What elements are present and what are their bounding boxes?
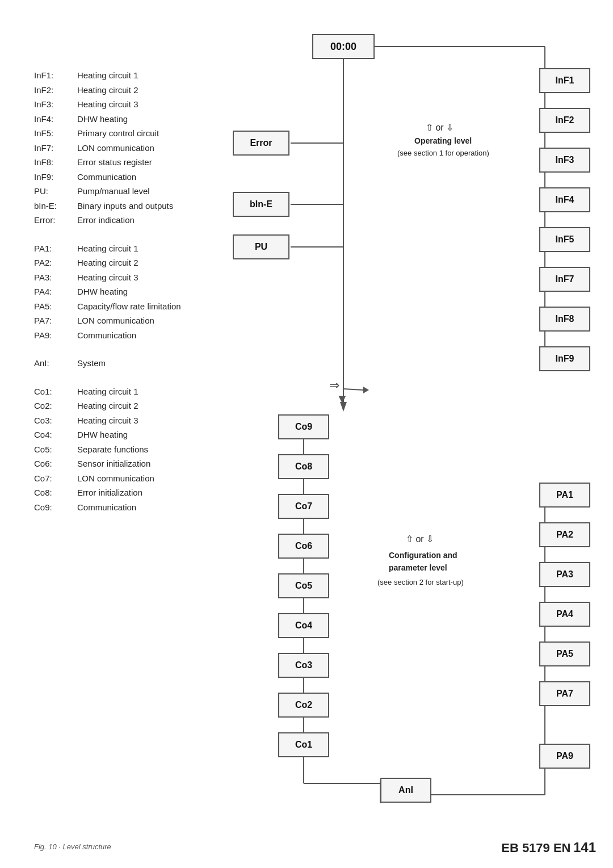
box-co4: Co4 bbox=[278, 613, 329, 638]
box-pa9: PA9 bbox=[539, 744, 590, 769]
legend-key: PU: bbox=[34, 184, 74, 199]
legend-section-pa: PA1:Heating circuit 1 PA2:Heating circui… bbox=[34, 241, 181, 343]
legend-row: PA2:Heating circuit 2 bbox=[34, 255, 181, 270]
legend-val: DHW heating bbox=[77, 284, 128, 299]
legend-val: Heating circuit 2 bbox=[77, 83, 138, 98]
legend-key: Co2: bbox=[34, 399, 74, 413]
legend-row: PA9:Communication bbox=[34, 328, 181, 343]
box-inf5: InF5 bbox=[539, 227, 590, 252]
arrow-right-symbol: ⇒ bbox=[329, 378, 339, 393]
legend-val: Communication bbox=[77, 170, 136, 184]
legend-val: Heating circuit 2 bbox=[77, 255, 138, 270]
legend-val: Heating circuit 2 bbox=[77, 399, 138, 413]
legend-key: PA4: bbox=[34, 284, 74, 299]
box-co9: Co9 bbox=[278, 414, 329, 439]
legend-section-co: Co1:Heating circuit 1 Co2:Heating circui… bbox=[34, 384, 181, 515]
legend-row: InF2:Heating circuit 2 bbox=[34, 83, 181, 98]
box-bine: bIn-E bbox=[233, 192, 289, 217]
legend-val: Communication bbox=[77, 500, 136, 515]
legend-section-ani: AnI:System bbox=[34, 356, 181, 371]
legend-row: PA1:Heating circuit 1 bbox=[34, 241, 181, 256]
box-co7: Co7 bbox=[278, 494, 329, 519]
box-top-time: 00:00 bbox=[312, 34, 375, 59]
legend: InF1:Heating circuit 1 InF2:Heating circ… bbox=[34, 68, 181, 525]
legend-val: LON communication bbox=[77, 471, 154, 486]
legend-val: Error indication bbox=[77, 213, 135, 228]
legend-key: InF1: bbox=[34, 68, 74, 83]
legend-row: Co4:DHW heating bbox=[34, 427, 181, 442]
legend-key: bIn-E: bbox=[34, 199, 74, 213]
box-co5: Co5 bbox=[278, 573, 329, 598]
legend-val: System bbox=[77, 356, 106, 371]
legend-key: InF2: bbox=[34, 83, 74, 98]
legend-row: Co9:Communication bbox=[34, 500, 181, 515]
page: InF1:Heating circuit 1 InF2:Heating circ… bbox=[0, 0, 613, 868]
legend-key: InF5: bbox=[34, 126, 74, 141]
legend-row: PA7:LON communication bbox=[34, 313, 181, 328]
legend-row: Co7:LON communication bbox=[34, 471, 181, 486]
legend-row: Co6:Sensor initialization bbox=[34, 456, 181, 471]
box-inf7: InF7 bbox=[539, 267, 590, 292]
legend-key: AnI: bbox=[34, 356, 74, 371]
legend-row: InF5:Primary control circuit bbox=[34, 126, 181, 141]
diagram: 00:00 InF1 InF2 InF3 InF4 InF5 InF7 InF8… bbox=[182, 17, 590, 840]
footer-fig-label: Fig. 10 · Level structure bbox=[34, 842, 111, 851]
box-inf8: InF8 bbox=[539, 307, 590, 332]
label-operating-section: (see section 1 for operation) bbox=[397, 149, 489, 157]
legend-val: DHW heating bbox=[77, 112, 128, 127]
legend-row: PA5:Capacity/flow rate limitation bbox=[34, 299, 181, 314]
box-inf1: InF1 bbox=[539, 68, 590, 93]
box-inf3: InF3 bbox=[539, 148, 590, 173]
legend-row: InF3:Heating circuit 3 bbox=[34, 97, 181, 112]
legend-key: Error: bbox=[34, 213, 74, 228]
svg-marker-17 bbox=[363, 387, 369, 393]
legend-val: Pump/manual level bbox=[77, 184, 150, 199]
legend-key: Co8: bbox=[34, 485, 74, 500]
box-pa3: PA3 bbox=[539, 562, 590, 587]
box-error: Error bbox=[233, 131, 289, 156]
legend-row: Co3:Heating circuit 3 bbox=[34, 413, 181, 428]
box-inf4: InF4 bbox=[539, 187, 590, 212]
legend-row: PU:Pump/manual level bbox=[34, 184, 181, 199]
legend-row: bIn-E:Binary inputs and outputs bbox=[34, 199, 181, 213]
legend-val: Heating circuit 1 bbox=[77, 241, 138, 256]
legend-key: InF3: bbox=[34, 97, 74, 112]
legend-key: PA7: bbox=[34, 313, 74, 328]
legend-key: InF8: bbox=[34, 155, 74, 170]
legend-key: InF9: bbox=[34, 170, 74, 184]
label-operating-level: Operating level bbox=[414, 136, 472, 145]
legend-key: PA9: bbox=[34, 328, 74, 343]
legend-val: Primary control circuit bbox=[77, 126, 159, 141]
legend-key: PA5: bbox=[34, 299, 74, 314]
box-pa4: PA4 bbox=[539, 602, 590, 627]
legend-val: LON communication bbox=[77, 313, 154, 328]
box-pa5: PA5 bbox=[539, 641, 590, 666]
legend-key: PA1: bbox=[34, 241, 74, 256]
footer-page-ref: EB 5179 EN 141 bbox=[501, 840, 596, 856]
box-co6: Co6 bbox=[278, 534, 329, 559]
footer-page-ref-text: EB 5179 EN bbox=[501, 841, 570, 855]
legend-row: Error:Error indication bbox=[34, 213, 181, 228]
legend-val: DHW heating bbox=[77, 427, 128, 442]
legend-val: Heating circuit 3 bbox=[77, 270, 138, 285]
legend-row: InF4:DHW heating bbox=[34, 112, 181, 127]
legend-key: Co7: bbox=[34, 471, 74, 486]
footer-page-num: 141 bbox=[573, 840, 596, 855]
legend-key: PA2: bbox=[34, 255, 74, 270]
legend-val: LON communication bbox=[77, 141, 154, 156]
legend-key: Co9: bbox=[34, 500, 74, 515]
label-config-section: (see section 2 for start-up) bbox=[377, 578, 464, 586]
legend-row: PA4:DHW heating bbox=[34, 284, 181, 299]
box-co2: Co2 bbox=[278, 693, 329, 718]
label-config-arrow: ⇧ or ⇩ bbox=[406, 534, 434, 544]
arrow-down-symbol: ▼ bbox=[336, 392, 349, 406]
legend-row: Co5:Separate functions bbox=[34, 442, 181, 457]
legend-key: Co4: bbox=[34, 427, 74, 442]
box-pa1: PA1 bbox=[539, 483, 590, 508]
box-pu: PU bbox=[233, 234, 289, 259]
legend-val: Heating circuit 3 bbox=[77, 97, 138, 112]
legend-row: Co1:Heating circuit 1 bbox=[34, 384, 181, 399]
svg-line-18 bbox=[343, 389, 363, 390]
box-co8: Co8 bbox=[278, 454, 329, 479]
legend-row: InF7:LON communication bbox=[34, 141, 181, 156]
